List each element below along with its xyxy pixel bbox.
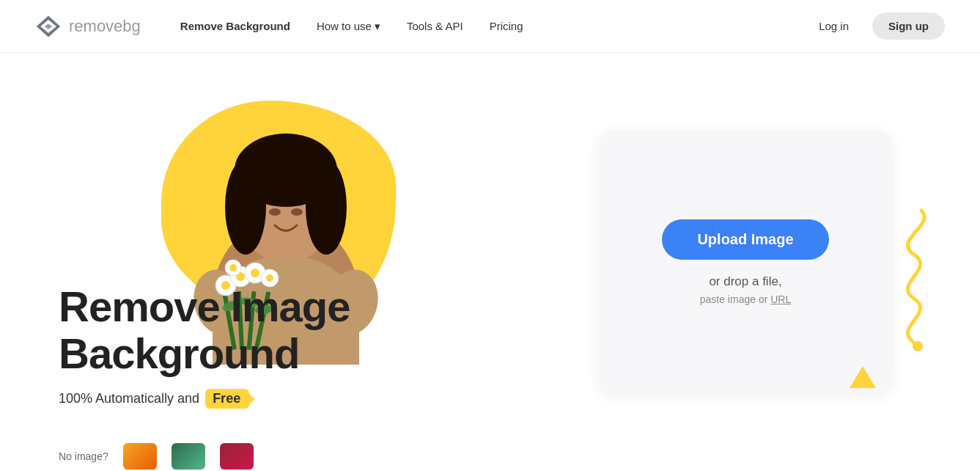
- sample-thumb-1[interactable]: [123, 443, 157, 470]
- bottom-strip: No image?: [0, 442, 980, 471]
- nav-how-to-use[interactable]: How to use ▾: [306, 14, 391, 39]
- svg-point-27: [913, 341, 923, 351]
- logo[interactable]: removebg: [35, 13, 141, 40]
- chevron-down-icon: ▾: [375, 20, 380, 33]
- logo-text: removebg: [69, 17, 141, 36]
- svg-point-21: [266, 274, 273, 282]
- svg-point-4: [225, 159, 266, 255]
- nav-tools-api[interactable]: Tools & API: [397, 14, 474, 38]
- svg-point-23: [229, 264, 237, 271]
- logo-icon: [35, 13, 62, 40]
- nav-actions: Log in Sign up: [804, 12, 945, 40]
- no-image-label: No image?: [59, 450, 108, 462]
- upload-card: Upload Image or drop a file, paste image…: [599, 130, 892, 394]
- hero-left: Remove Image Background 100% Automatical…: [59, 71, 570, 453]
- svg-point-19: [251, 269, 259, 277]
- url-link[interactable]: URL: [770, 293, 791, 305]
- svg-point-6: [269, 208, 281, 216]
- sample-thumb-2[interactable]: [172, 443, 205, 470]
- triangle-decoration: [848, 365, 877, 392]
- nav-links: Remove Background How to use ▾ Tools & A…: [170, 14, 804, 39]
- svg-point-5: [306, 159, 347, 255]
- hero-right: Upload Image or drop a file, paste image…: [570, 130, 921, 394]
- navbar: removebg Remove Background How to use ▾ …: [0, 0, 980, 53]
- free-badge: Free: [205, 389, 249, 409]
- nav-pricing[interactable]: Pricing: [479, 14, 534, 38]
- paste-text: paste image or URL: [700, 293, 792, 305]
- hero-text: Remove Image Background 100% Automatical…: [59, 283, 350, 409]
- login-button[interactable]: Log in: [804, 14, 863, 38]
- svg-marker-28: [850, 366, 876, 388]
- nav-remove-background[interactable]: Remove Background: [170, 14, 301, 38]
- signup-button[interactable]: Sign up: [872, 12, 945, 40]
- hero-heading: Remove Image Background: [59, 283, 350, 377]
- upload-image-button[interactable]: Upload Image: [662, 219, 828, 260]
- drop-file-text: or drop a file,: [709, 274, 781, 289]
- squiggle-decoration: [877, 203, 936, 368]
- sample-thumb-3[interactable]: [220, 443, 254, 470]
- hero-section: Remove Image Background 100% Automatical…: [0, 53, 980, 471]
- hero-subtext: 100% Automatically and Free: [59, 389, 350, 409]
- svg-point-7: [291, 208, 303, 216]
